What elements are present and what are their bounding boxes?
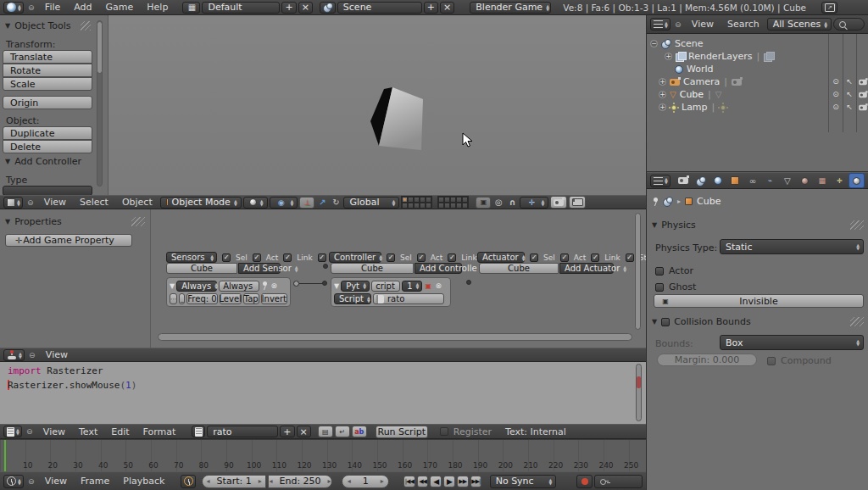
physics-type-select[interactable]: Static▲▼ (720, 239, 864, 254)
sensor-output-socket[interactable] (293, 281, 299, 287)
outliner-label[interactable]: Cube (680, 89, 704, 100)
use-preview-range-button[interactable] (181, 475, 196, 488)
collision-bounds-checkbox[interactable]: ✓ (661, 318, 670, 326)
screen-layout-icon-button[interactable]: ▦ (182, 2, 200, 14)
invisible-button[interactable]: ▣Invisible (654, 294, 864, 308)
current-frame-field[interactable]: ◂1▸ (342, 475, 389, 488)
add-actuator-button[interactable]: Add Actuator▲▼ (559, 263, 614, 274)
expand-icon[interactable]: + (659, 78, 666, 86)
tab-material[interactable] (797, 173, 812, 188)
scale-button[interactable]: Scale (3, 77, 92, 91)
timeline-ruler[interactable]: 1020304050607080901001101201301401501601… (0, 439, 646, 471)
sensor-name-field[interactable]: Always (219, 281, 259, 292)
scene-delete-button[interactable]: × (440, 2, 454, 14)
outliner-label[interactable]: World (687, 64, 714, 75)
selectable-toggle-cursor-icon[interactable]: ↖ (843, 101, 855, 113)
frame-end-field[interactable]: ◂End: 250▸ (268, 475, 332, 488)
record-button[interactable] (576, 475, 593, 488)
menu-view[interactable]: View (686, 19, 720, 30)
frame-start-field[interactable]: ◂Start: 1▸ (202, 475, 266, 488)
collision-bounds-panel-header[interactable]: ▼✓Collision Bounds (652, 316, 864, 327)
menu-frame[interactable]: Frame (75, 476, 115, 487)
collapse-menus-icon[interactable]: ⊖ (25, 197, 36, 209)
add-controller-panel-header[interactable]: ▼Add Controller (5, 156, 103, 167)
expand-icon[interactable]: + (665, 53, 672, 60)
render-toggle-camera-icon[interactable] (859, 92, 867, 97)
controllers-sel-checkbox[interactable]: ✓ (387, 253, 395, 262)
menu-select[interactable]: Select (74, 197, 114, 208)
snap-target-select[interactable]: ✛▲▼ (520, 197, 548, 209)
opengl-render-button[interactable] (550, 196, 567, 209)
collapse-menus-icon[interactable]: ⊖ (24, 426, 36, 437)
next-keyframe-button[interactable]: ▶▶ (457, 476, 469, 487)
controllers-act-checkbox[interactable]: ✓ (417, 253, 426, 262)
tab-render[interactable] (676, 173, 691, 188)
panel-grip[interactable] (850, 317, 864, 326)
panel-grip[interactable] (81, 21, 91, 31)
snap-magnet-icon[interactable]: ∩ (506, 197, 518, 209)
outliner-row-renderlayers[interactable]: + RenderLayers | (665, 50, 773, 63)
tap-toggle[interactable]: Tap (243, 293, 259, 304)
outliner-row-cube[interactable]: + ▽ Cube | ▽ (659, 88, 722, 101)
outliner-label[interactable]: Camera (683, 76, 720, 87)
actor-checkbox[interactable]: ✓ (655, 267, 664, 276)
jump-to-end-button[interactable]: ▶▶| (470, 476, 482, 487)
compound-checkbox[interactable]: ✓ (767, 357, 776, 365)
outliner-row-scene[interactable]: − Scene (650, 37, 704, 50)
add-sensor-button[interactable]: Add Sensor▲▼ (238, 263, 281, 274)
sensor-type-select[interactable]: Always▲▼ (176, 281, 217, 292)
pulse-true-toggle[interactable]: ⋯ (170, 293, 177, 304)
pin-icon[interactable] (261, 281, 268, 290)
controllers-link-checkbox[interactable]: ✓ (448, 253, 456, 262)
cube-object[interactable] (360, 81, 437, 161)
menu-add[interactable]: Add (68, 2, 97, 13)
controller-output-socket[interactable] (466, 280, 471, 285)
actuators-act-checkbox[interactable]: ✓ (560, 253, 569, 262)
sensors-act-checkbox[interactable]: ✓ (253, 253, 261, 262)
block-expand-icon[interactable]: ▼ (170, 282, 175, 290)
controller-type-select[interactable]: Pyt▲▼ (341, 281, 370, 292)
delete-button[interactable]: Delete (3, 140, 92, 153)
scene-add-button[interactable]: + (424, 2, 438, 14)
controller-link-socket[interactable] (323, 264, 328, 269)
level-toggle[interactable]: Level (220, 293, 242, 304)
origin-button[interactable]: Origin (3, 96, 92, 109)
text-datablock-icon-button[interactable] (192, 426, 205, 437)
text-add-button[interactable]: + (280, 426, 294, 437)
layers-grid-2[interactable] (437, 196, 469, 209)
editor-type-button-timeline[interactable]: ▲▼ (3, 475, 24, 488)
jump-to-start-button[interactable]: |◀◀ (403, 476, 415, 487)
outliner-row-world[interactable]: World (675, 63, 714, 75)
logic-horizontal-scrollbar[interactable] (158, 333, 632, 341)
menu-playback[interactable]: Playback (117, 476, 170, 487)
menu-view[interactable]: View (40, 349, 74, 360)
editor-type-button-text[interactable]: ▲▼ (3, 426, 22, 437)
selectable-toggle-cursor-icon[interactable]: ↖ (843, 88, 855, 100)
run-script-button[interactable]: Run Script (376, 426, 428, 438)
controller-name-field[interactable]: cript (371, 281, 400, 292)
actuators-link-checkbox[interactable]: ✓ (591, 253, 599, 262)
script-datablock-field[interactable]: rato (373, 293, 444, 304)
layers-grid-1[interactable] (401, 196, 432, 209)
expand-icon[interactable]: + (659, 103, 666, 111)
text-editor-scrollbar[interactable] (636, 364, 642, 421)
object-tools-panel-header[interactable]: ▼Object Tools (0, 15, 108, 31)
menu-search[interactable]: Search (721, 19, 765, 30)
duplicate-button[interactable]: Duplicate (3, 126, 92, 140)
menu-object[interactable]: Object (116, 197, 159, 208)
panel-grip[interactable] (131, 217, 145, 226)
ghost-checkbox[interactable]: ✓ (655, 283, 664, 292)
text-editor[interactable]: import Rasterizer Rasterizer.showMouse(1… (0, 362, 646, 424)
previous-keyframe-button[interactable]: ◀◀ (417, 476, 429, 487)
close-icon[interactable]: ⊗ (434, 280, 442, 292)
proportional-edit-icon[interactable]: ◎ (492, 197, 504, 209)
properties-panel-header[interactable]: ▼Properties (0, 209, 150, 227)
pin-icon[interactable] (652, 198, 659, 206)
sync-mode-select[interactable]: No Sync▲▼ (490, 475, 557, 488)
scene-field[interactable]: Scene (337, 2, 422, 14)
hide-toggle-eye-icon[interactable]: ⊙ (830, 101, 842, 113)
text-delete-button[interactable]: × (297, 426, 311, 437)
controller-block-python[interactable]: ▼ Pyt▲▼ cript 1▲▼ ▣ ⊗ Script▲▼ rato (331, 277, 451, 307)
screen-layout-delete-button[interactable]: × (298, 2, 313, 14)
priority-icon[interactable]: ▣ (424, 280, 432, 292)
